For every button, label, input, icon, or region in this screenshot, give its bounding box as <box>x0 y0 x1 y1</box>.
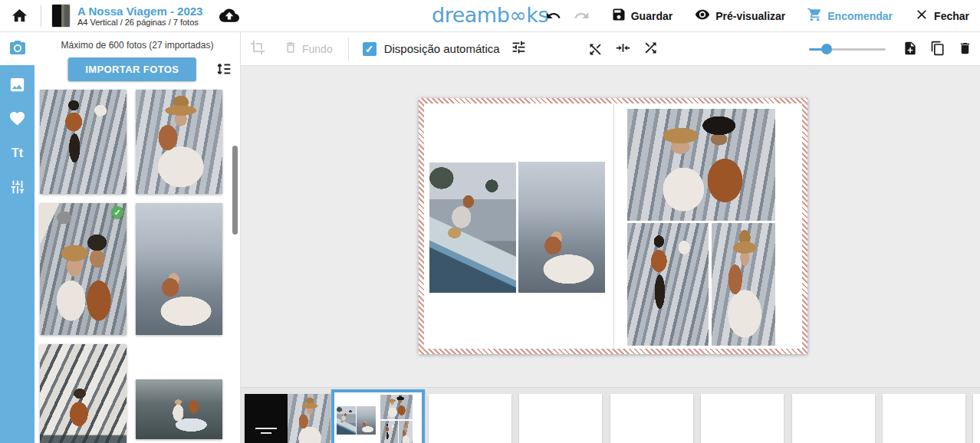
photo-panel: Máximo de 600 fotos (27 importadas) IMPO… <box>35 32 240 443</box>
toolbar-divider <box>348 38 349 61</box>
spread-photo[interactable] <box>429 162 516 293</box>
import-photos-button[interactable]: IMPORTAR FOTOS <box>68 57 196 81</box>
cover-title-line <box>255 428 277 429</box>
topbar-divider <box>41 5 41 27</box>
add-page-icon <box>903 41 918 58</box>
tune-vertical-icon <box>9 179 26 195</box>
toolbar-shuffle-group <box>587 32 659 66</box>
page-thumbnail-empty[interactable] <box>973 394 980 443</box>
page-thumbnail-empty[interactable] <box>610 394 693 443</box>
project-meta: A Nossa Viagem - 2023 A4 Vertical / 26 p… <box>77 5 202 28</box>
topbar-right: Guardar Pré-visualizar Encomendar Fechar <box>538 7 969 25</box>
close-button[interactable]: Fechar <box>914 7 969 25</box>
spread-photo[interactable] <box>627 109 775 221</box>
preview-button[interactable]: Pré-visualizar <box>694 7 785 25</box>
mini-photo <box>399 421 413 443</box>
spread-photo[interactable] <box>627 223 709 346</box>
page-thumbnail-empty[interactable] <box>519 394 602 443</box>
page-thumbnail-strip <box>241 387 980 443</box>
photo-thumbnail[interactable] <box>136 90 222 194</box>
shuffle-left-icon <box>587 41 603 57</box>
order-button-label: Encomendar <box>827 10 893 22</box>
cover-photo <box>288 394 331 443</box>
project-thumbnail[interactable] <box>52 5 70 27</box>
photo-thumbnail[interactable] <box>40 344 127 443</box>
shuffle-right-button[interactable] <box>643 40 659 58</box>
crop-button[interactable] <box>250 40 265 57</box>
preview-button-label: Pré-visualizar <box>715 10 785 22</box>
zoom-slider[interactable] <box>809 44 886 54</box>
sidebar-tab-adjustments[interactable] <box>0 175 35 199</box>
home-icon <box>11 7 28 25</box>
delete-page-button[interactable] <box>958 41 972 58</box>
add-page-button[interactable] <box>903 41 918 58</box>
sort-photos-button[interactable] <box>215 61 232 80</box>
topbar-left: A Nossa Viagem - 2023 A4 Vertical / 26 p… <box>11 5 239 28</box>
app-logo: dreamb∞ks <box>432 3 548 27</box>
layout-settings-button[interactable] <box>511 39 527 58</box>
sidebar-tab-favorites[interactable] <box>0 107 35 132</box>
photo-grid-column-right <box>136 90 222 443</box>
sidebar-rail: Tt <box>0 32 35 443</box>
page-thumbnail-empty[interactable] <box>701 394 784 443</box>
photo-grid: ✓ <box>40 90 222 443</box>
photo-limit-text: Máximo de 600 fotos (27 importadas) <box>35 40 240 51</box>
save-button[interactable]: Guardar <box>611 7 673 25</box>
camera-icon <box>8 39 27 61</box>
page-thumbnail-empty[interactable] <box>429 394 511 443</box>
photo-thumbnail[interactable] <box>136 379 222 439</box>
photo-panel-actions: IMPORTAR FOTOS <box>35 57 240 81</box>
zoom-slider-thumb[interactable] <box>821 44 832 54</box>
order-button[interactable]: Encomendar <box>807 7 893 25</box>
spread-photo[interactable] <box>518 162 605 293</box>
auto-layout-checkbox[interactable]: ✓ <box>363 42 377 56</box>
page-thumbnail-empty[interactable] <box>792 394 875 443</box>
home-button[interactable] <box>11 7 28 25</box>
page-thumbnail-cover[interactable] <box>245 394 331 443</box>
project-title[interactable]: A Nossa Viagem - 2023 <box>77 5 202 18</box>
mini-photo <box>380 421 398 443</box>
cover-subtitle-line <box>261 432 271 434</box>
compress-icon <box>615 40 631 58</box>
spread-photo[interactable] <box>712 223 775 346</box>
close-button-label: Fechar <box>934 10 969 22</box>
page-thumbnail-selected[interactable] <box>331 389 425 443</box>
toolbar-page-tools <box>809 32 972 66</box>
compress-button[interactable] <box>615 40 631 58</box>
crop-icon <box>250 40 265 57</box>
photobook-editor-window: A Nossa Viagem - 2023 A4 Vertical / 26 p… <box>0 0 980 443</box>
photo-thumbnail[interactable] <box>40 90 127 194</box>
redo-button[interactable] <box>574 8 590 24</box>
photos-icon <box>8 76 26 97</box>
background-label: Fundo <box>302 43 333 55</box>
project-subtitle: A4 Vertical / 26 páginas / 7 fotos <box>77 18 202 28</box>
page-thumbnail-empty[interactable] <box>883 394 965 443</box>
page-gutter <box>613 103 614 349</box>
trash-icon <box>284 40 298 58</box>
preview-eye-icon <box>694 7 715 25</box>
shuffle-left-button[interactable] <box>587 41 603 57</box>
book-spread[interactable] <box>419 98 807 354</box>
duplicate-page-icon <box>930 41 945 58</box>
cloud-sync-button[interactable] <box>219 7 239 25</box>
photo-used-check-icon: ✓ <box>111 206 123 218</box>
heart-icon <box>8 110 26 130</box>
close-icon <box>914 7 934 25</box>
photo-thumbnail[interactable]: ✓ <box>40 203 127 335</box>
save-icon <box>611 7 631 25</box>
photo-panel-scrollbar[interactable] <box>232 146 238 235</box>
text-icon: Tt <box>12 146 23 160</box>
canvas-area[interactable] <box>241 66 980 387</box>
sidebar-rail-body: Tt <box>0 65 35 443</box>
cloud-upload-icon <box>219 11 239 25</box>
sidebar-tab-text[interactable]: Tt <box>0 141 35 166</box>
cart-icon <box>807 7 827 25</box>
mini-photo <box>357 406 376 435</box>
sidebar-tab-photos[interactable] <box>0 32 35 67</box>
sidebar-tab-layouts[interactable] <box>0 74 35 98</box>
duplicate-page-button[interactable] <box>930 41 945 58</box>
photo-thumbnail[interactable] <box>136 203 222 335</box>
background-remove-button[interactable]: Fundo <box>284 40 333 58</box>
delete-page-icon <box>958 41 972 58</box>
undo-redo-group <box>545 8 590 24</box>
